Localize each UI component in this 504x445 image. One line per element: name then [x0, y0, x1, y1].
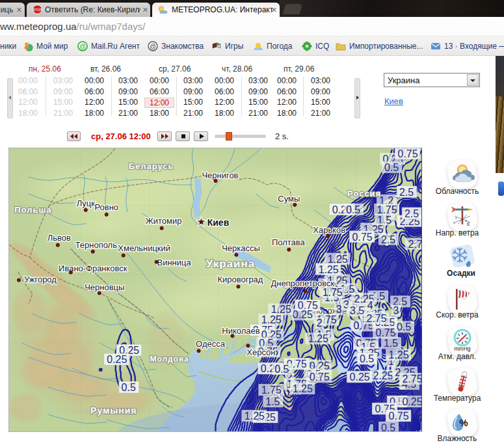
svg-text:Житомир: Житомир: [146, 216, 182, 226]
svg-text:%: %: [459, 417, 468, 428]
svg-text:Чернигов: Чернигов: [202, 170, 238, 180]
svg-text:Россия: Россия: [347, 189, 381, 198]
svg-text:0.5: 0.5: [397, 321, 411, 332]
svg-text:2.5: 2.5: [405, 208, 419, 219]
svg-text:2: 2: [317, 317, 323, 329]
svg-text:3: 3: [393, 305, 399, 316]
svg-text:★: ★: [197, 216, 206, 227]
svg-text:STOP: STOP: [33, 8, 42, 12]
svg-text:0.25: 0.25: [293, 309, 313, 320]
svg-text:x: x: [455, 216, 457, 220]
svg-text:0.75: 0.75: [310, 371, 330, 383]
svg-text:0.5: 0.5: [346, 204, 360, 215]
svg-text:0.75: 0.75: [397, 148, 418, 159]
svg-text:2.5: 2.5: [399, 187, 414, 198]
svg-text:Тернополь: Тернополь: [75, 240, 118, 250]
svg-text:1.25: 1.25: [328, 254, 348, 265]
svg-text:Черновцы: Черновцы: [85, 283, 124, 293]
svg-text:Молдова: Молдова: [150, 355, 189, 364]
svg-text:Николаев: Николаев: [222, 326, 259, 336]
svg-text:1.75: 1.75: [377, 204, 397, 215]
svg-text:mmHg: mmHg: [454, 345, 470, 352]
svg-text:Сумы: Сумы: [278, 194, 300, 204]
svg-text:Ужгород: Ужгород: [24, 275, 57, 284]
svg-text:2.75: 2.75: [402, 373, 421, 384]
svg-text:Украина: Украина: [206, 258, 255, 270]
svg-text:@: @: [79, 43, 86, 50]
svg-text:Ивано-Франковск: Ивано-Франковск: [59, 263, 127, 273]
svg-text:1.25: 1.25: [319, 264, 339, 275]
svg-text:0.75: 0.75: [376, 327, 396, 338]
svg-text:1.25: 1.25: [271, 304, 291, 315]
svg-text:2.75: 2.75: [408, 239, 421, 250]
svg-text:Ровно: Ровно: [94, 202, 118, 212]
svg-text:0.75: 0.75: [389, 411, 409, 422]
svg-text:0.5: 0.5: [122, 382, 136, 393]
svg-text:Полтава: Полтава: [272, 237, 306, 247]
svg-text:1.25: 1.25: [261, 314, 282, 325]
svg-text:Киев: Киев: [207, 217, 230, 228]
svg-text:Днепропетровск: Днепропетровск: [271, 278, 334, 288]
svg-text:1.25: 1.25: [308, 333, 328, 344]
svg-text:E: E: [467, 222, 470, 226]
svg-text:1.75: 1.75: [261, 384, 282, 396]
svg-text:0.5: 0.5: [384, 162, 399, 173]
svg-text:@: @: [150, 43, 156, 50]
svg-text:1.25: 1.25: [389, 349, 409, 360]
svg-text:1.5: 1.5: [384, 338, 398, 349]
svg-text:0.5: 0.5: [274, 364, 289, 375]
svg-text:1.25: 1.25: [245, 411, 265, 422]
svg-text:Черкассы: Черкассы: [222, 243, 260, 253]
svg-text:Львов: Львов: [47, 233, 71, 243]
svg-text:Винница: Винница: [157, 258, 192, 267]
svg-text:1.25: 1.25: [293, 383, 313, 394]
svg-text:Хмельницкий: Хмельницкий: [118, 243, 170, 253]
svg-text:3: 3: [336, 304, 342, 315]
svg-text:0.75: 0.75: [352, 232, 373, 243]
svg-text:Беларусь: Беларусь: [129, 161, 174, 171]
svg-text:Румыния: Румыния: [90, 405, 137, 416]
svg-text:1.5: 1.5: [265, 396, 280, 407]
svg-text:Польша: Польша: [14, 205, 51, 215]
svg-text:3.5: 3.5: [350, 305, 364, 316]
svg-text:Харьков: Харьков: [313, 225, 345, 235]
svg-text:2.25: 2.25: [373, 370, 393, 381]
svg-text:0.5: 0.5: [381, 422, 395, 431]
svg-text:2.5: 2.5: [381, 234, 395, 245]
svg-text:Кировоград: Кировоград: [217, 275, 263, 284]
svg-text:Херсон: Херсон: [246, 347, 275, 357]
svg-text:0.25: 0.25: [350, 371, 370, 383]
svg-text:0.25: 0.25: [107, 354, 127, 365]
svg-text:Одесса: Одесса: [196, 339, 226, 349]
svg-text:0.5: 0.5: [360, 353, 374, 364]
svg-text:4: 4: [367, 300, 373, 311]
svg-text:Луцк: Луцк: [77, 198, 96, 208]
svg-text:2.75: 2.75: [367, 313, 387, 324]
svg-text:1.75: 1.75: [323, 287, 343, 298]
